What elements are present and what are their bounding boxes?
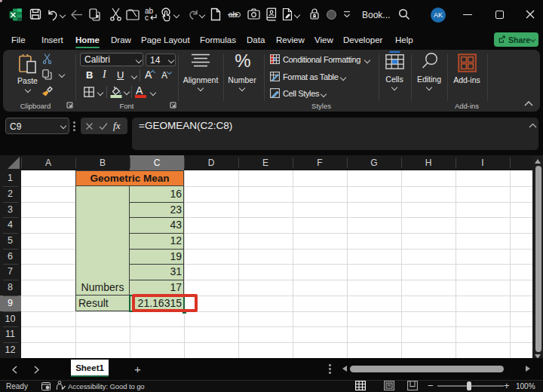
svg-text:c: c (145, 14, 149, 22)
